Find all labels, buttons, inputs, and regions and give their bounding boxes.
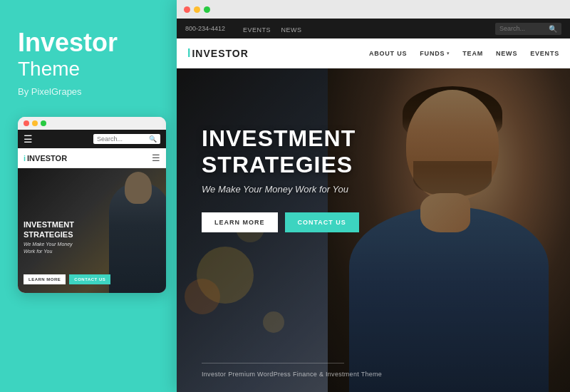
- mobile-search-icon: 🔍: [149, 135, 157, 143]
- desktop-search-box: 🔍: [495, 23, 561, 35]
- mobile-dot-green: [41, 120, 46, 126]
- title-investor: Investor: [18, 29, 162, 57]
- hero-title-line1: INVESTMENT: [202, 125, 359, 152]
- hero-title-line2: STRATEGIES: [202, 152, 359, 178]
- mobile-search-input[interactable]: [97, 135, 147, 143]
- by-line: By PixelGrapes: [18, 86, 162, 97]
- topnav-events[interactable]: EVENTS: [243, 26, 271, 33]
- hero-footer-text: Investor Premium WordPress Finance & Inv…: [202, 371, 382, 378]
- desktop-search-input[interactable]: [499, 25, 546, 32]
- mobile-dots-bar: [18, 117, 166, 130]
- left-panel: Investor Theme By PixelGrapes ☰ 🔍 i INVE…: [0, 0, 177, 392]
- topnav-news[interactable]: NEWS: [281, 26, 302, 33]
- hero-contact-us-button[interactable]: CONTACT US: [285, 212, 359, 232]
- hero-buttons: LEARN MORE CONTACT US: [202, 212, 359, 232]
- desktop-dot-red: [184, 6, 190, 13]
- desktop-search-icon: 🔍: [549, 25, 557, 33]
- hero-subtitle: We Make Your Money Work for You: [202, 184, 359, 195]
- desktop-topbar: 800-234-4412 EVENTS NEWS 🔍: [177, 19, 570, 38]
- desktop-topbar-left: 800-234-4412 EVENTS NEWS: [185, 22, 302, 35]
- mobile-topbar: ☰ 🔍: [18, 130, 166, 148]
- desktop-logo-i: i: [187, 47, 191, 60]
- mobile-preview: ☰ 🔍 i INVESTOR ☰ INVESTMENT STRATEGIES W…: [18, 117, 166, 293]
- mobile-hero-buttons: LEARN MORE CONTACT US: [24, 274, 110, 284]
- desktop-logo: i INVESTOR: [187, 47, 249, 60]
- mobile-menu-icon: ☰: [24, 133, 33, 145]
- hero-divider: [202, 363, 344, 363]
- desktop-logo-text: INVESTOR: [192, 48, 248, 59]
- hero-learn-more-button[interactable]: LEARN MORE: [202, 212, 278, 232]
- nav-team[interactable]: TEAM: [462, 50, 483, 57]
- desktop-preview: 800-234-4412 EVENTS NEWS 🔍 i INVESTOR AB…: [177, 0, 570, 392]
- mobile-learn-more-button[interactable]: LEARN MORE: [24, 274, 66, 284]
- desktop-navbar: i INVESTOR ABOUT US FUNDS ▾ TEAM NEWS EV…: [177, 38, 570, 68]
- mobile-hero-text: INVESTMENT STRATEGIES We Make Your Money…: [24, 220, 74, 254]
- desktop-dot-yellow: [194, 6, 200, 13]
- nav-funds[interactable]: FUNDS: [420, 50, 445, 57]
- mobile-hero-title-line1: INVESTMENT: [24, 220, 74, 229]
- desktop-phone: 800-234-4412: [185, 25, 225, 32]
- desktop-nav-links: ABOUT US FUNDS ▾ TEAM NEWS EVENTS: [369, 50, 559, 57]
- nav-events[interactable]: EVENTS: [530, 50, 559, 57]
- mobile-dot-red: [24, 120, 29, 126]
- desktop-topbar-right: 🔍: [495, 23, 561, 35]
- mobile-contact-us-button[interactable]: CONTACT US: [69, 274, 110, 284]
- mobile-hero-title-line2: STRATEGIES: [24, 229, 74, 239]
- mobile-hero-subtitle2: Work for You: [24, 249, 74, 254]
- mobile-hamburger-icon: ☰: [152, 153, 160, 163]
- title-theme: Theme: [18, 57, 162, 81]
- nav-news[interactable]: NEWS: [496, 50, 517, 57]
- mobile-search-box: 🔍: [93, 134, 160, 144]
- funds-dropdown-arrow: ▾: [447, 51, 450, 56]
- mobile-logo-i: i: [24, 154, 26, 163]
- hero-content: INVESTMENT STRATEGIES We Make Your Money…: [202, 125, 359, 232]
- mobile-dot-yellow: [32, 120, 38, 126]
- mobile-logobar: i INVESTOR ☰: [18, 148, 166, 168]
- mobile-hero: INVESTMENT STRATEGIES We Make Your Money…: [18, 168, 166, 293]
- mobile-logo: i INVESTOR: [24, 154, 67, 163]
- mobile-hero-subtitle1: We Make Your Money: [24, 242, 74, 247]
- desktop-dot-green: [204, 6, 210, 13]
- desktop-hero: INVESTMENT STRATEGIES We Make Your Money…: [177, 68, 570, 392]
- mobile-logo-text: INVESTOR: [27, 154, 67, 163]
- nav-funds-dropdown[interactable]: FUNDS ▾: [420, 50, 450, 57]
- nav-about[interactable]: ABOUT US: [369, 50, 407, 57]
- desktop-window-chrome: [177, 0, 570, 19]
- desktop-topnav: EVENTS NEWS: [236, 22, 301, 35]
- left-panel-text: Investor Theme By PixelGrapes: [18, 29, 162, 97]
